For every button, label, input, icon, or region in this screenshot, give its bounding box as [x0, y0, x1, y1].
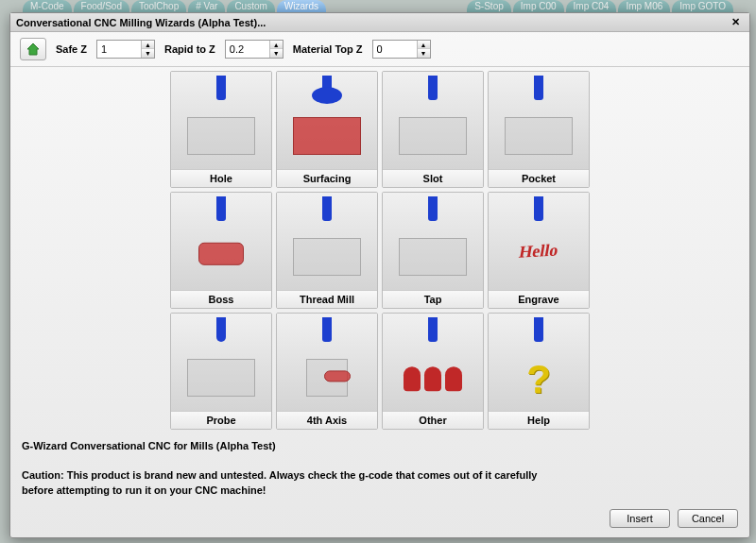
tile-surfacing-icon — [277, 72, 377, 169]
tile-label: Thread Mill — [277, 290, 377, 308]
window-title: Conversational CNC Milling Wizards (Alph… — [16, 17, 266, 28]
material-top-z-label: Material Top Z — [293, 43, 363, 55]
safe-z-input[interactable] — [97, 41, 141, 58]
bg-tab: Imp GOTO — [672, 0, 733, 12]
spin-down-icon[interactable]: ▼ — [142, 49, 154, 58]
home-button[interactable] — [20, 38, 46, 60]
rapid-to-z-input[interactable] — [226, 41, 269, 58]
home-icon — [26, 42, 41, 57]
tile-pocket[interactable]: Pocket — [488, 71, 590, 188]
spin-up-icon[interactable]: ▲ — [270, 41, 283, 49]
tile-hole-icon — [171, 72, 271, 169]
tile-slot-icon — [383, 72, 483, 169]
footer-line-2: Caution: This product is brand new and u… — [22, 468, 738, 483]
tile-boss[interactable]: Boss — [170, 192, 272, 309]
rapid-to-z-label: Rapid to Z — [164, 43, 215, 55]
tile-label: Engrave — [489, 290, 589, 308]
footer-text: G-Wizard Conversational CNC for Mills (A… — [10, 433, 749, 503]
tile-thread-mill-icon — [277, 193, 377, 290]
tile-label: Other — [383, 411, 483, 429]
bg-tab: S-Stop — [467, 0, 511, 12]
button-bar: Insert Cancel — [10, 503, 749, 537]
tile-other-icon — [383, 314, 483, 411]
tile-label: Probe — [171, 411, 271, 429]
tile-probe[interactable]: Probe — [170, 313, 272, 430]
spin-down-icon[interactable]: ▼ — [418, 49, 430, 58]
spin-up-icon[interactable]: ▲ — [418, 41, 430, 49]
spin-up-icon[interactable]: ▲ — [142, 41, 154, 49]
tile-tap[interactable]: Tap — [382, 192, 484, 309]
tile-help[interactable]: ? Help — [488, 313, 590, 430]
toolbar: Safe Z ▲ ▼ Rapid to Z ▲ ▼ Material Top Z… — [10, 32, 749, 67]
tile-label: Boss — [171, 290, 271, 308]
tile-label: Hole — [171, 169, 271, 187]
footer-line-1: G-Wizard Conversational CNC for Mills (A… — [22, 439, 738, 453]
background-tabs-right: S-Stop Imp C00 Imp C04 Imp M06 Imp GOTO — [467, 0, 733, 12]
tile-help-icon: ? — [489, 314, 589, 411]
cancel-button[interactable]: Cancel — [678, 509, 738, 528]
wizard-grid: Hole Surfacing Slot Pocket Boss Thread M… — [170, 71, 590, 430]
tile-label: Help — [489, 411, 589, 429]
dialog-window: Conversational CNC Milling Wizards (Alph… — [9, 12, 750, 538]
tile-engrave[interactable]: Hello Engrave — [488, 192, 590, 309]
bg-tab: Imp C00 — [513, 0, 564, 12]
tile-label: Slot — [383, 169, 483, 187]
bg-tab: Imp M06 — [618, 0, 670, 12]
titlebar: Conversational CNC Milling Wizards (Alph… — [10, 13, 749, 32]
tile-label: 4th Axis — [277, 411, 377, 429]
footer-line-3: before attempting to run it on your CNC … — [22, 484, 738, 498]
tile-label: Tap — [383, 290, 483, 308]
tile-tap-icon — [383, 193, 483, 290]
safe-z-label: Safe Z — [56, 43, 87, 55]
tile-slot[interactable]: Slot — [382, 71, 484, 188]
tile-label: Pocket — [489, 169, 589, 187]
spin-down-icon[interactable]: ▼ — [270, 49, 283, 58]
wizard-grid-area: Hole Surfacing Slot Pocket Boss Thread M… — [10, 67, 749, 433]
tile-other[interactable]: Other — [382, 313, 484, 430]
tile-4th-axis-icon — [277, 314, 377, 411]
tile-probe-icon — [171, 314, 271, 411]
rapid-to-z-field[interactable]: ▲ ▼ — [225, 40, 284, 59]
tile-4th-axis[interactable]: 4th Axis — [276, 313, 378, 430]
safe-z-field[interactable]: ▲ ▼ — [96, 40, 155, 59]
material-top-z-input[interactable] — [373, 41, 417, 58]
material-top-z-field[interactable]: ▲ ▼ — [372, 40, 431, 59]
tile-label: Surfacing — [277, 169, 377, 187]
bg-tab: Imp C04 — [566, 0, 617, 12]
tile-pocket-icon — [489, 72, 589, 169]
close-icon[interactable]: ✕ — [728, 16, 744, 28]
tile-hole[interactable]: Hole — [170, 71, 272, 188]
tile-engrave-icon: Hello — [489, 193, 589, 290]
insert-button[interactable]: Insert — [610, 509, 670, 528]
tile-boss-icon — [171, 193, 271, 290]
tile-surfacing[interactable]: Surfacing — [276, 71, 378, 188]
tile-thread-mill[interactable]: Thread Mill — [276, 192, 378, 309]
